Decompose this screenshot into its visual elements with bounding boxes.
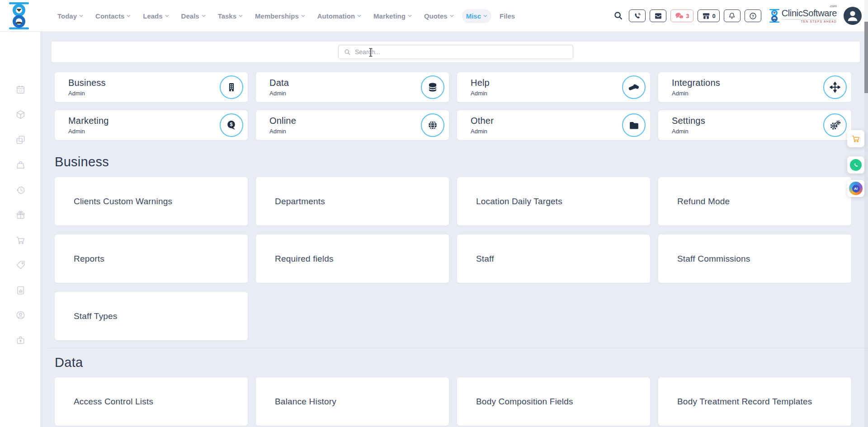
chevron-down-icon xyxy=(202,14,206,17)
category-card-business[interactable]: Business Admin xyxy=(55,72,248,102)
floating-cart-button[interactable] xyxy=(847,130,864,147)
copy-icon[interactable] xyxy=(15,135,26,145)
list-item[interactable]: Staff Commissions xyxy=(658,235,851,283)
nav-item-contacts[interactable]: Contacts xyxy=(91,9,135,23)
package-icon[interactable] xyxy=(15,109,26,120)
account-icon[interactable] xyxy=(15,310,26,320)
floating-ai-button[interactable]: AI xyxy=(847,180,864,197)
main-content: Search... Business Admin Data Admin Help… xyxy=(41,32,868,427)
floating-whatsapp-button[interactable] xyxy=(847,156,864,174)
nav-label: Deals xyxy=(181,12,199,20)
list-item[interactable]: Balance History xyxy=(256,377,449,426)
user-avatar[interactable] xyxy=(844,7,862,25)
list-item[interactable]: Body Treatment Record Templates xyxy=(658,377,851,426)
list-item[interactable]: Reports xyxy=(55,235,248,283)
app-logo-hourglass-icon[interactable] xyxy=(7,2,31,29)
whatsapp-icon xyxy=(850,159,862,171)
question-mark-icon: ? xyxy=(749,12,757,20)
nav-item-files[interactable]: Files xyxy=(495,9,519,23)
svg-text:12: 12 xyxy=(19,89,22,92)
help-button[interactable]: ? xyxy=(745,9,761,22)
cart-icon xyxy=(851,134,861,144)
list-item[interactable]: Refund Mode xyxy=(658,177,851,225)
search-input[interactable]: Search... xyxy=(338,45,573,59)
phone-button[interactable] xyxy=(629,9,646,22)
notifications-button[interactable] xyxy=(724,9,741,22)
brand-text: .com ClinicSoftware TEN STEPS AHEAD xyxy=(782,9,837,23)
nav-label: Memberships xyxy=(255,12,299,20)
report-icon[interactable] xyxy=(15,285,26,296)
nav-label: Files xyxy=(500,12,515,20)
nav-label: Misc xyxy=(466,12,481,20)
chevron-down-icon xyxy=(483,14,487,17)
cart-icon[interactable] xyxy=(15,235,26,245)
nav-label: Quotes xyxy=(424,12,448,20)
chevron-down-icon xyxy=(408,14,412,17)
search-icon xyxy=(344,49,351,56)
database-icon xyxy=(421,75,444,99)
list-item[interactable]: Staff Types xyxy=(55,292,248,340)
nav-label: Marketing xyxy=(373,12,406,20)
chat-count-badge: 3 xyxy=(686,13,689,19)
inbox-icon xyxy=(654,12,663,20)
clinicsoftware-logo[interactable]: .com ClinicSoftware TEN STEPS AHEAD xyxy=(769,9,837,23)
nav-label: Tasks xyxy=(218,12,236,20)
topbar-actions: 3 0 ? xyxy=(613,0,862,32)
nav-label: Automation xyxy=(317,12,355,20)
nav-item-deals[interactable]: Deals xyxy=(177,9,210,23)
search-placeholder: Search... xyxy=(355,48,380,56)
handshake-icon xyxy=(622,75,646,99)
category-card-integrations[interactable]: Integrations Admin xyxy=(658,72,851,102)
category-card-online[interactable]: Online Admin xyxy=(256,110,449,140)
search-icon[interactable] xyxy=(613,11,623,21)
bag-icon[interactable] xyxy=(15,160,26,170)
list-item[interactable]: Location Daily Targets xyxy=(457,177,650,225)
calendar-icon[interactable]: 12 xyxy=(15,84,26,95)
inbox-button[interactable] xyxy=(650,9,666,22)
category-card-other[interactable]: Other Admin xyxy=(457,110,650,140)
brand-tagline: TEN STEPS AHEAD xyxy=(782,19,837,23)
list-item[interactable]: Access Control Lists xyxy=(55,377,248,426)
nav-item-tasks[interactable]: Tasks xyxy=(214,9,247,23)
brand-name: ClinicSoftware xyxy=(782,8,837,18)
nav-item-quotes[interactable]: Quotes xyxy=(420,9,458,23)
nav-label: Contacts xyxy=(95,12,124,20)
list-item[interactable]: Staff xyxy=(457,235,650,283)
list-item[interactable]: Departments xyxy=(256,177,449,225)
business-items-grid: Clients Custom Warnings Departments Loca… xyxy=(55,177,851,340)
nav-item-today[interactable]: Today xyxy=(53,9,87,23)
admin-category-grid: Business Admin Data Admin Help Admin Int… xyxy=(55,72,851,140)
chat-button[interactable]: 3 xyxy=(670,9,693,22)
store-button[interactable]: 0 xyxy=(698,9,720,22)
chevron-down-icon xyxy=(165,14,169,17)
gift-icon[interactable] xyxy=(15,210,26,220)
text-cursor xyxy=(368,48,373,57)
chevron-down-icon xyxy=(450,14,454,17)
lock-icon[interactable] xyxy=(15,335,26,345)
gears-icon xyxy=(823,113,847,137)
brand-hourglass-icon xyxy=(769,9,780,23)
nav-item-marketing[interactable]: Marketing xyxy=(369,9,416,23)
list-item[interactable]: Required fields xyxy=(256,235,449,283)
tag-icon[interactable] xyxy=(15,260,26,270)
chevron-down-icon xyxy=(239,14,243,17)
search-bar-panel: Search... xyxy=(52,42,860,62)
nav-item-leads[interactable]: Leads xyxy=(139,9,173,23)
folder-icon xyxy=(622,113,646,137)
category-card-settings[interactable]: Settings Admin xyxy=(658,110,851,140)
nav-item-misc[interactable]: Misc xyxy=(462,9,491,23)
svg-text:$: $ xyxy=(230,122,232,127)
list-item[interactable]: Body Composition Fields xyxy=(457,377,650,426)
page-scrollbar-thumb[interactable] xyxy=(864,22,868,93)
category-card-help[interactable]: Help Admin xyxy=(457,72,650,102)
nav-item-memberships[interactable]: Memberships xyxy=(251,9,309,23)
nav-item-automation[interactable]: Automation xyxy=(313,9,365,23)
list-item[interactable]: Clients Custom Warnings xyxy=(55,177,248,225)
history-icon[interactable] xyxy=(15,185,26,195)
category-card-marketing[interactable]: Marketing Admin $ xyxy=(55,110,248,140)
category-card-data[interactable]: Data Admin xyxy=(256,72,449,102)
building-icon xyxy=(220,75,243,99)
nav-label: Leads xyxy=(143,12,162,20)
chevron-down-icon xyxy=(357,14,361,17)
main-menu: Today Contacts Leads Deals Tasks Members… xyxy=(53,0,519,32)
